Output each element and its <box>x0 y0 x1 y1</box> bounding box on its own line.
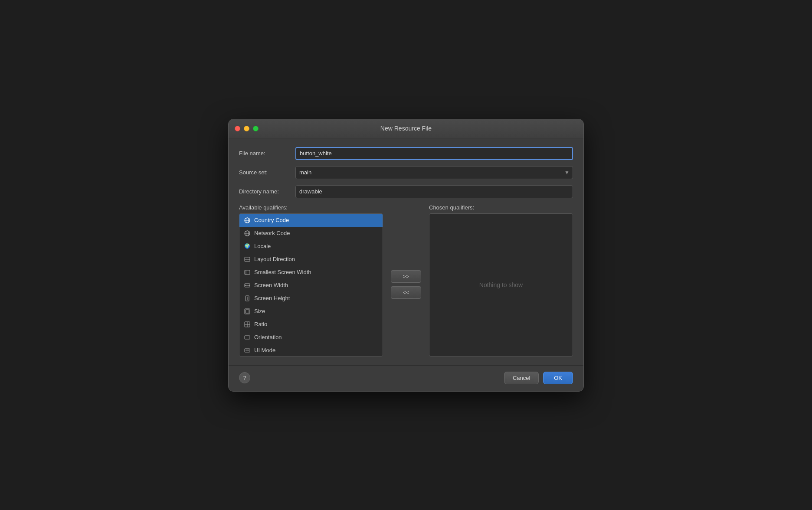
svg-rect-8 <box>245 270 250 275</box>
screen-width-icon <box>244 282 251 289</box>
qualifiers-section: Available qualifiers: Country Code <box>239 204 573 356</box>
qualifier-item-smallest-screen-width[interactable]: Smallest Screen Width <box>239 266 383 279</box>
qualifier-item-screen-height[interactable]: Screen Height <box>239 292 383 305</box>
close-button[interactable] <box>235 126 240 131</box>
nothing-to-show-text: Nothing to show <box>479 281 523 288</box>
ratio-label: Ratio <box>254 321 267 327</box>
orientation-label: Orientation <box>254 334 282 340</box>
source-set-wrapper: main ▼ <box>295 166 573 179</box>
remove-qualifier-button[interactable]: << <box>391 286 421 299</box>
svg-rect-21 <box>245 336 250 339</box>
dialog: New Resource File File name: Source set:… <box>228 119 584 392</box>
network-code-label: Network Code <box>254 230 290 236</box>
ok-button[interactable]: OK <box>543 372 573 384</box>
arrow-buttons-panel: >> << <box>388 213 424 356</box>
file-name-input[interactable] <box>295 147 573 160</box>
svg-rect-17 <box>246 310 249 313</box>
source-set-select[interactable]: main <box>295 166 573 179</box>
directory-name-row: Directory name: <box>239 185 573 198</box>
qualifier-item-country-code[interactable]: Country Code <box>239 214 383 227</box>
qualifier-item-size[interactable]: Size <box>239 305 383 318</box>
country-code-icon <box>244 217 251 224</box>
file-name-label: File name: <box>239 150 295 157</box>
chosen-qualifiers-list: Nothing to show <box>429 213 573 356</box>
chosen-panel: Chosen qualifiers: Nothing to show <box>429 204 573 356</box>
add-qualifier-button[interactable]: >> <box>391 270 421 283</box>
locale-icon: 🌍 <box>244 243 251 250</box>
qualifier-item-network-code[interactable]: Network Code <box>239 227 383 240</box>
qualifier-item-layout-direction[interactable]: Layout Direction <box>239 253 383 266</box>
network-code-icon <box>244 230 251 237</box>
title-bar: New Resource File <box>229 119 583 138</box>
svg-rect-23 <box>246 350 249 351</box>
orientation-icon <box>244 334 251 341</box>
screen-width-label: Screen Width <box>254 282 288 288</box>
qualifier-item-ratio[interactable]: Ratio <box>239 318 383 331</box>
qualifier-item-locale[interactable]: 🌍 Locale <box>239 240 383 253</box>
qualifier-item-ui-mode[interactable]: UI Mode <box>239 344 383 356</box>
maximize-button[interactable] <box>253 126 259 131</box>
source-set-row: Source set: main ▼ <box>239 166 573 179</box>
title-bar-controls <box>235 126 259 131</box>
ui-mode-icon <box>244 347 251 354</box>
qualifier-item-screen-width[interactable]: Screen Width <box>239 279 383 292</box>
smallest-screen-width-label: Smallest Screen Width <box>254 269 311 275</box>
directory-name-label: Directory name: <box>239 188 295 195</box>
screen-height-label: Screen Height <box>254 295 290 301</box>
file-name-row: File name: <box>239 147 573 160</box>
smallest-screen-width-icon <box>244 269 251 276</box>
size-icon <box>244 308 251 315</box>
available-label: Available qualifiers: <box>239 204 383 211</box>
country-code-label: Country Code <box>254 217 289 223</box>
chosen-label: Chosen qualifiers: <box>429 204 573 211</box>
help-button[interactable]: ? <box>239 372 250 383</box>
dialog-footer: ? Cancel OK <box>229 365 583 391</box>
available-panel: Available qualifiers: Country Code <box>239 204 383 356</box>
minimize-button[interactable] <box>244 126 249 131</box>
locale-label: Locale <box>254 243 271 249</box>
available-qualifiers-list[interactable]: Country Code Network Code <box>239 213 383 356</box>
qualifier-item-orientation[interactable]: Orientation <box>239 331 383 344</box>
source-set-label: Source set: <box>239 169 295 176</box>
dialog-content: File name: Source set: main ▼ Directory … <box>229 138 583 365</box>
size-label: Size <box>254 308 265 314</box>
ratio-icon <box>244 321 251 328</box>
dialog-title: New Resource File <box>380 125 432 132</box>
cancel-button[interactable]: Cancel <box>504 372 539 384</box>
layout-direction-label: Layout Direction <box>254 256 295 262</box>
directory-name-input[interactable] <box>295 185 573 198</box>
ui-mode-label: UI Mode <box>254 347 275 353</box>
layout-direction-icon <box>244 256 251 263</box>
screen-height-icon <box>244 295 251 302</box>
